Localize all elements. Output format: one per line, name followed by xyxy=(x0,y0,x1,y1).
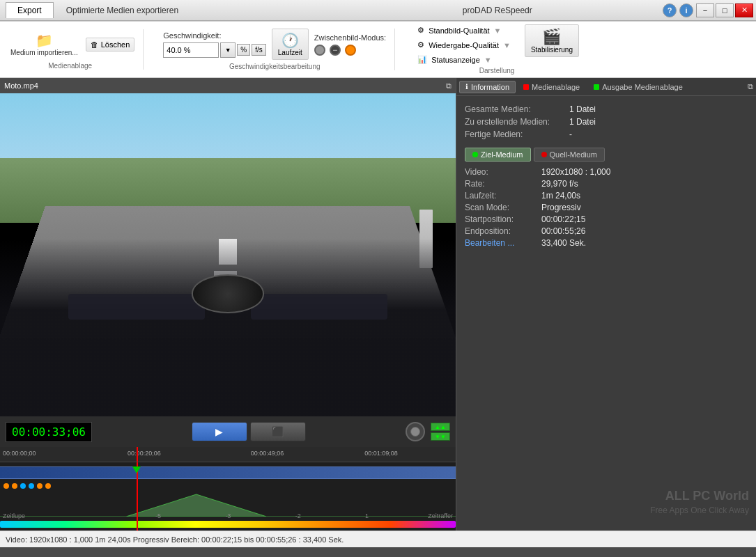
label-zeitlupe: Zeitlupe xyxy=(3,512,25,519)
speed-input-row: ▼ % f/s xyxy=(163,42,265,58)
info-panel: ℹ Information Medienablage Ausgabe Medie… xyxy=(456,78,756,531)
transport-buttons: ▶ ⬛ xyxy=(98,422,400,441)
standbild-arrow: ▼ xyxy=(494,26,502,35)
tab-ausgabe[interactable]: Ausgabe Medienablage xyxy=(587,81,689,93)
info-button[interactable]: i xyxy=(679,3,693,17)
info-row-0: Gesamte Medien: 1 Datei xyxy=(465,104,748,114)
video-restore-icon[interactable]: ⧉ xyxy=(446,81,452,91)
info-val-1: 1 Datei xyxy=(569,117,596,127)
record-button[interactable] xyxy=(406,422,425,441)
help-button[interactable]: ? xyxy=(663,3,677,17)
tab-ziel-medium[interactable]: Ziel-Medium xyxy=(465,148,531,162)
app-title: proDAD ReSpeedr xyxy=(334,6,662,15)
medium-tabs: Ziel-Medium Quell-Medium xyxy=(465,148,748,162)
statusanzeige-btn[interactable]: 📊 Statusanzeige ▼ xyxy=(415,54,514,65)
detail-row-0: Video: 1920x1080 : 1,000 xyxy=(465,167,748,177)
wiedergabe-btn[interactable]: ⚙ Wiedergabe-Qualität ▼ xyxy=(415,39,514,51)
ziel-tab-dot xyxy=(472,152,478,157)
quell-tab-dot xyxy=(541,152,547,157)
ribbon: 📁 Medium importieren... 🗑 Löschen Medien… xyxy=(0,21,756,78)
tab-quell-medium[interactable]: Quell-Medium xyxy=(534,148,605,162)
statusanzeige-icon: 📊 xyxy=(417,55,427,64)
status-text: Video: 1920x1080 : 1,000 1m 24,00s Progr… xyxy=(6,535,344,544)
handlebar-left xyxy=(68,294,205,320)
video-titlebar: Moto.mp4 ⧉ xyxy=(0,78,456,93)
unit-fps-btn[interactable]: f/s xyxy=(252,44,266,56)
tab-medienablage[interactable]: Medienablage xyxy=(517,81,586,93)
info-tabs: ℹ Information Medienablage Ausgabe Medie… xyxy=(456,78,756,96)
info-key-2: Fertige Medien: xyxy=(465,130,569,139)
group-darstellung: ⚙ Standbild-Qualität ▼ ⚙ Wiedergabe-Qual… xyxy=(406,24,587,74)
detail-row-3: Scan Mode: Progressiv xyxy=(465,203,748,212)
tick-3: -2 xyxy=(295,512,301,519)
zwischenbild-label: Zwischenbild-Modus: xyxy=(314,33,386,42)
timeline-dots xyxy=(0,482,456,490)
close-button[interactable]: ✕ xyxy=(735,3,753,17)
stop-button[interactable]: ⬛ xyxy=(250,422,306,441)
maximize-button[interactable]: □ xyxy=(716,3,734,17)
group-medienablage: 📁 Medium importieren... 🗑 Löschen Medien… xyxy=(6,29,144,70)
radio-gray[interactable] xyxy=(314,45,325,56)
record-indicator xyxy=(410,427,420,437)
wiedergabe-arrow: ▼ xyxy=(503,41,511,49)
wiedergabe-label: Wiedergabe-Qualität xyxy=(429,41,499,49)
quell-tab-label: Quell-Medium xyxy=(550,150,597,159)
minimize-button[interactable]: − xyxy=(696,3,714,17)
tab-export-media[interactable]: Optimierte Medien exportieren xyxy=(55,3,190,18)
laufzeit-button[interactable]: 🕐 Laufzeit xyxy=(272,29,309,60)
delete-button[interactable]: 🗑 Löschen xyxy=(86,38,135,52)
timeline-area[interactable]: 00:00:00;00 00:00:20;06 00:00:49;06 00:0… xyxy=(0,447,456,531)
keyframe-dot[interactable] xyxy=(45,483,51,489)
title-controls: ? i − □ ✕ xyxy=(661,2,756,19)
time-mark-0: 00:00:00;00 xyxy=(3,450,36,457)
timeline-tracks[interactable]: Zeitlupe Zeitraffer -5 -3 -2 1 xyxy=(0,462,456,531)
speed-dropdown[interactable]: ▼ xyxy=(220,42,236,58)
info-row-1: Zu erstellende Medien: 1 Datei xyxy=(465,117,748,127)
playhead-triangle xyxy=(132,466,141,473)
video-filename: Moto.mp4 xyxy=(4,81,38,90)
ribbon-content: 📁 Medium importieren... 🗑 Löschen Medien… xyxy=(0,21,756,77)
handlebar-right xyxy=(251,294,387,320)
road-scene xyxy=(0,93,456,416)
stabilize-icon: 🎬 xyxy=(542,28,561,46)
detail-val-0: 1920x1080 : 1,000 xyxy=(541,167,610,177)
tick-1: -5 xyxy=(155,512,161,519)
darst-items: ⚙ Standbild-Qualität ▼ ⚙ Wiedergabe-Qual… xyxy=(415,24,514,65)
import-button[interactable]: 📁 Medium importieren... xyxy=(6,29,83,59)
keyframe-dot[interactable] xyxy=(12,483,17,489)
statusanzeige-label: Statusanzeige xyxy=(431,56,480,64)
timeline-clip[interactable] xyxy=(0,466,456,479)
speed-input[interactable] xyxy=(163,42,219,58)
unit-percent-btn[interactable]: % xyxy=(237,44,250,56)
info-val-0: 1 Datei xyxy=(569,104,596,114)
keyframe-dot[interactable] xyxy=(29,483,34,489)
transport-area: 00:00:33;06 ▶ ⬛ ▲▲ ▼▼ xyxy=(0,416,456,447)
tab-export[interactable]: Export xyxy=(6,2,54,18)
radio-orange[interactable] xyxy=(345,45,356,56)
detail-key-3: Scan Mode: xyxy=(465,203,541,212)
detail-key-0: Video: xyxy=(465,167,541,177)
play-button[interactable]: ▶ xyxy=(192,422,247,441)
standbild-btn[interactable]: ⚙ Standbild-Qualität ▼ xyxy=(415,24,514,36)
detail-key-6[interactable]: Bearbeiten ... xyxy=(465,238,541,248)
detail-row-1: Rate: 29,970 f/s xyxy=(465,179,748,189)
tab-information[interactable]: ℹ Information xyxy=(459,81,516,93)
speed-ticks: -5 -3 -2 1 xyxy=(91,512,433,519)
keyframe-dot[interactable] xyxy=(3,483,9,489)
info-tab-icon: ℹ xyxy=(465,83,468,91)
detail-row-2: Laufzeit: 1m 24,00s xyxy=(465,191,748,201)
nav-down-arrow[interactable]: ▼▼ xyxy=(431,432,450,441)
stabilisierung-button[interactable]: 🎬 Stabilisierung xyxy=(525,24,579,57)
tick-2: -3 xyxy=(225,512,231,519)
detail-key-5: Endposition: xyxy=(465,226,541,236)
detail-row-5: Endposition: 00:00:55;26 xyxy=(465,226,748,236)
group-label-geschwindigkeit: Geschwindigkeitsbearbeitung xyxy=(163,63,386,70)
title-bar: Export Optimierte Medien exportieren pro… xyxy=(0,0,756,21)
keyframe-dot[interactable] xyxy=(20,483,26,489)
info-key-1: Zu erstellende Medien: xyxy=(465,117,569,127)
info-content: Gesamte Medien: 1 Datei Zu erstellende M… xyxy=(456,96,756,531)
panel-restore-icon[interactable]: ⧉ xyxy=(748,82,753,91)
nav-up-arrow[interactable]: ▲▲ xyxy=(431,423,450,431)
radio-minus[interactable]: − xyxy=(330,45,341,56)
keyframe-dot[interactable] xyxy=(37,483,43,489)
